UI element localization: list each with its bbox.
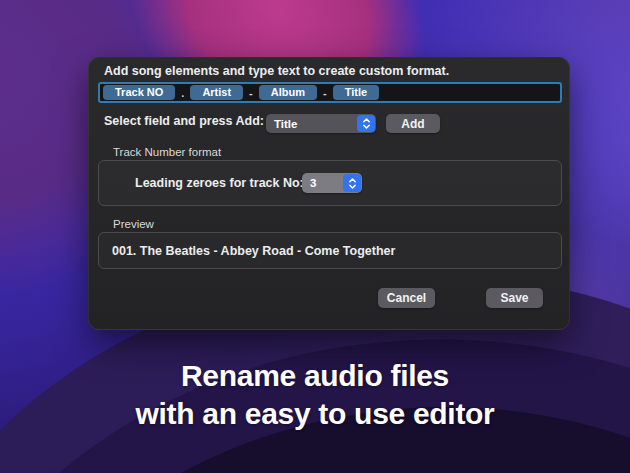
- format-separator: .: [176, 87, 189, 99]
- format-token-field[interactable]: Track NO . Artist - Album - Title: [98, 82, 562, 103]
- marketing-caption: Rename audio files with an easy to use e…: [0, 357, 630, 433]
- dialog-instructions: Add song elements and type text to creat…: [104, 64, 449, 78]
- stepper-icon: [357, 115, 375, 132]
- cancel-button[interactable]: Cancel: [378, 288, 435, 308]
- select-field-label: Select field and press Add:: [104, 114, 264, 128]
- screenshot-stage: Add song elements and type text to creat…: [0, 0, 630, 473]
- preview-box: 001. The Beatles - Abbey Road - Come Tog…: [98, 232, 562, 269]
- format-token-album[interactable]: Album: [259, 85, 317, 100]
- track-number-format-group: Leading zeroes for track No: 3: [98, 160, 562, 206]
- format-token-artist[interactable]: Artist: [190, 85, 243, 100]
- preview-text: 001. The Beatles - Abbey Road - Come Tog…: [99, 244, 395, 258]
- caption-line-2: with an easy to use editor: [0, 395, 630, 433]
- caption-line-1: Rename audio files: [0, 357, 630, 395]
- field-select-dropdown[interactable]: Title: [266, 114, 376, 133]
- leading-zeroes-dropdown[interactable]: 3: [302, 173, 362, 193]
- preview-label: Preview: [113, 218, 154, 230]
- save-button[interactable]: Save: [486, 288, 543, 308]
- leading-zeroes-label: Leading zeroes for track No:: [135, 176, 304, 190]
- stepper-icon: [343, 174, 361, 192]
- format-token-title[interactable]: Title: [333, 85, 379, 100]
- rename-format-dialog: Add song elements and type text to creat…: [88, 57, 570, 330]
- track-number-format-label: Track Number format: [113, 146, 221, 158]
- add-button[interactable]: Add: [386, 114, 440, 133]
- format-token-track-no[interactable]: Track NO: [103, 85, 175, 100]
- format-separator: -: [318, 87, 332, 99]
- format-separator: -: [244, 87, 258, 99]
